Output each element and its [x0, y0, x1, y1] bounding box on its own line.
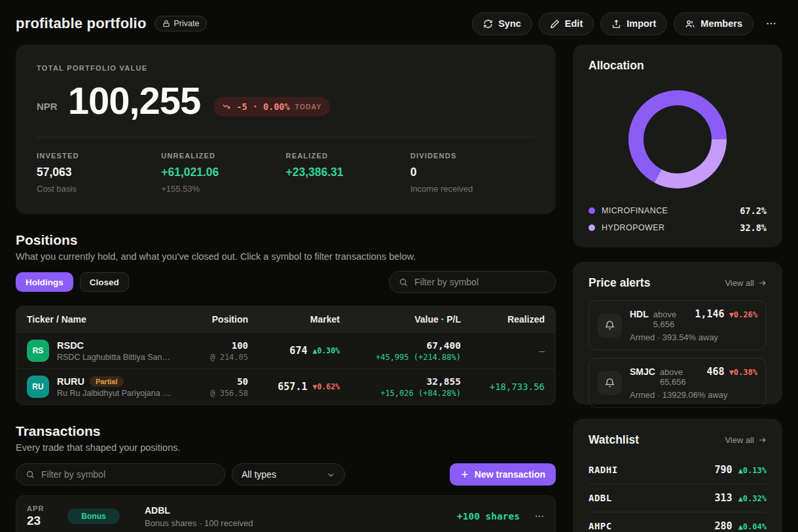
position-row-ruru[interactable]: RU RURU Partial Ru Ru Jalbidhyut Pariyoj…: [16, 368, 555, 404]
view-all-label: View all: [725, 278, 754, 288]
stat-invested: INVESTED 57,063 Cost basis: [37, 152, 161, 194]
ticker-symbol[interactable]: RURU: [57, 376, 84, 387]
watchlist-view-all[interactable]: View all: [725, 435, 767, 445]
price-alert-smjc[interactable]: SMJC above 65,656 468 ▼0.38% Armed · 139…: [589, 358, 767, 408]
search-icon: [26, 470, 35, 480]
import-label: Import: [626, 18, 656, 29]
summary-stats: INVESTED 57,063 Cost basis UNREALIZED +6…: [37, 152, 535, 194]
legend-label: HYDROPOWER: [602, 223, 664, 232]
transactions-controls: All types New transaction: [16, 463, 556, 486]
watchlist-row-radhi[interactable]: RADHI 790 ▲0.13%: [589, 456, 767, 484]
transaction-amount: +100 shares: [457, 511, 520, 522]
price-alerts-card: Price alerts View all: [573, 262, 782, 404]
sync-label: Sync: [498, 18, 521, 29]
sync-button[interactable]: Sync: [472, 12, 532, 35]
stat-unrealized: UNREALIZED +61,021.06 +155.53%: [161, 152, 285, 194]
transactions-subtitle: Every trade that shaped your positions.: [16, 442, 556, 453]
search-icon: [399, 277, 408, 287]
transaction-info: ADBL Bonus shares · 100 received: [145, 505, 457, 528]
donut-hole: [644, 105, 712, 173]
position-value: 32,855: [346, 376, 461, 387]
transactions-filter-input[interactable]: [41, 469, 215, 480]
transaction-day: 23: [27, 514, 67, 528]
allocation-title: Allocation: [589, 59, 644, 73]
position-pl: +45,995 (+214.88%): [346, 353, 461, 362]
allocation-donut: [628, 90, 727, 188]
members-button[interactable]: Members: [674, 12, 753, 35]
portfolio-value-label: TOTAL PORTFOLIO VALUE: [37, 64, 535, 72]
stat-realized: REALIZED +23,386.31: [286, 152, 410, 194]
alert-ticker: HDL: [630, 309, 649, 319]
positions-section-header: Positions What you currently hold, and w…: [16, 232, 556, 262]
more-menu-button[interactable]: [760, 18, 782, 29]
portfolio-summary-card: TOTAL PORTFOLIO VALUE NPR 100,255 -5 · 0…: [16, 44, 556, 214]
watchlist-card: Watchlist View all RADHI 790 ▲0.13%: [573, 419, 782, 532]
transaction-description: Bonus shares · 100 received: [145, 518, 457, 528]
stat-sub: Income received: [410, 184, 535, 194]
positions-filter-input[interactable]: [414, 277, 546, 287]
currency-label: NPR: [37, 101, 58, 112]
bell-icon: [598, 371, 622, 395]
price-alerts-title: Price alerts: [589, 276, 650, 290]
privacy-label: Private: [174, 19, 200, 28]
daily-change-badge: -5 · 0.00% TODAY: [213, 97, 330, 116]
edit-button[interactable]: Edit: [539, 12, 594, 35]
stat-value: +61,021.06: [161, 166, 285, 179]
col-value-pl: Value · P/L: [346, 314, 461, 325]
watch-ticker: RADHI: [589, 465, 618, 475]
price-alerts-view-all[interactable]: View all: [725, 278, 767, 288]
ellipsis-icon: [534, 511, 545, 522]
ticker-avatar: RS: [27, 340, 49, 362]
stat-value: 57,063: [37, 166, 161, 179]
alert-ticker: SMJC: [630, 366, 655, 377]
people-icon: [685, 19, 695, 29]
new-transaction-button[interactable]: New transaction: [450, 463, 556, 486]
stat-value: +23,386.31: [286, 166, 410, 179]
transactions-list: APR 23 Bonus ADBL Bonus shares · 100 rec…: [16, 495, 556, 532]
tab-holdings[interactable]: Holdings: [16, 272, 73, 292]
watchlist-row-ahpc[interactable]: AHPC 280 ▲0.04%: [589, 512, 767, 532]
transaction-month: APR: [27, 505, 67, 512]
watch-ticker: AHPC: [589, 521, 612, 531]
bell-icon: [598, 313, 622, 338]
stat-sub: Cost basis: [37, 184, 161, 194]
members-label: Members: [700, 18, 742, 29]
legend-dot: [589, 224, 595, 231]
arrow-right-icon: [758, 279, 767, 287]
legend-value: 67.2%: [740, 205, 767, 216]
company-name: Ru Ru Jalbidhyut Pariyojana Limited · Hy…: [57, 389, 173, 398]
hero-divider: [37, 137, 535, 137]
alert-price: 1,146: [695, 308, 724, 320]
transaction-menu-button[interactable]: [534, 511, 545, 522]
arrow-right-icon: [758, 436, 767, 444]
watchlist-row-adbl[interactable]: ADBL 313 ▲0.32%: [589, 484, 767, 512]
market-price: 674: [289, 345, 307, 357]
pencil-icon: [550, 19, 560, 29]
type-filter-select[interactable]: All types: [232, 463, 345, 486]
ticker-symbol[interactable]: RSDC: [57, 340, 84, 351]
watch-change: ▲0.04%: [738, 522, 767, 531]
portfolio-page: profitable portfolio Private Sync Edit: [0, 0, 798, 532]
right-sidebar: Allocation MICROFINANCE 67.2% HYDROPOWER…: [573, 44, 782, 532]
col-market: Market: [255, 314, 340, 325]
new-transaction-label: New transaction: [475, 469, 545, 480]
legend-label: MICROFINANCE: [602, 206, 668, 215]
top-bar: profitable portfolio Private Sync Edit: [16, 0, 782, 44]
position-avg-cost: @ 356.58: [179, 389, 248, 398]
price-alert-hdl[interactable]: HDL above 5,656 1,146 ▼0.26% Armed · 393…: [589, 300, 767, 350]
alert-change: ▼0.26%: [729, 310, 757, 319]
alert-change: ▼0.38%: [729, 368, 757, 377]
portfolio-value: 100,255: [68, 81, 201, 121]
realized-pl: –: [467, 346, 545, 356]
transaction-row[interactable]: APR 23 Bonus ADBL Bonus shares · 100 rec…: [16, 496, 555, 532]
position-row-rsdc[interactable]: RS RSDC RSDC Laghubitta Bittiya Sanstha …: [16, 332, 555, 368]
watch-price: 280: [715, 520, 733, 532]
transaction-type-badge: Bonus: [67, 508, 120, 524]
daily-change-value: -5 · 0.00%: [236, 101, 289, 112]
partial-badge: Partial: [90, 376, 124, 387]
market-price: 657.1: [278, 381, 307, 393]
chevron-down-icon: [327, 470, 335, 479]
transactions-filter: [16, 463, 225, 486]
tab-closed[interactable]: Closed: [80, 272, 129, 292]
import-button[interactable]: Import: [600, 12, 667, 35]
